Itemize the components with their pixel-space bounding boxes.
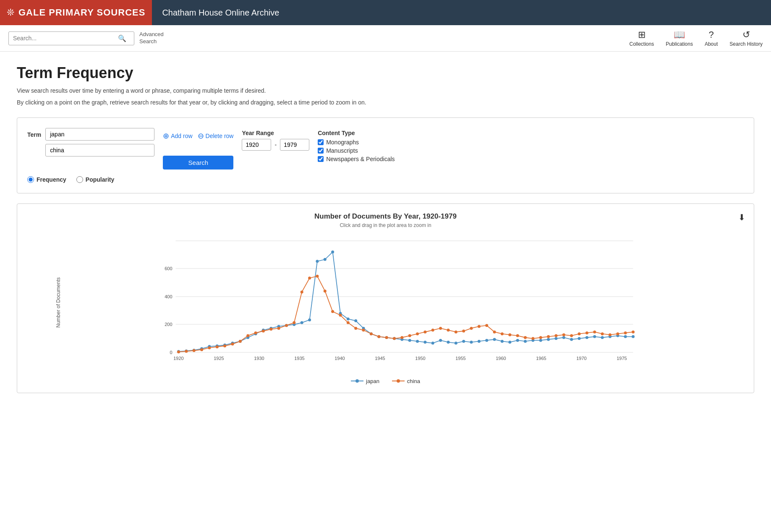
checkbox-manuscripts[interactable] — [318, 148, 324, 154]
term-frequency-panel: Term ⊕ Add row ⊖ Delete row — [17, 117, 754, 193]
content-type-items: Monographs Manuscripts Newspapers & Peri… — [318, 139, 395, 162]
svg-point-68 — [539, 339, 542, 342]
svg-point-119 — [470, 327, 473, 330]
svg-point-137 — [609, 333, 612, 336]
svg-text:1975: 1975 — [617, 356, 627, 361]
svg-point-101 — [331, 310, 334, 313]
svg-point-108 — [385, 336, 388, 339]
svg-point-73 — [578, 337, 581, 340]
svg-point-92 — [262, 329, 265, 332]
search-history-icon: ↺ — [742, 29, 750, 40]
frequency-radio[interactable]: Frequency — [27, 176, 66, 183]
svg-point-126 — [524, 336, 527, 339]
legend-japan-label: japan — [366, 378, 379, 384]
content-type-newspapers[interactable]: Newspapers & Periodicals — [318, 156, 395, 162]
svg-text:1925: 1925 — [214, 356, 224, 361]
svg-text:200: 200 — [165, 322, 172, 327]
svg-point-140 — [632, 330, 635, 333]
svg-point-59 — [470, 341, 473, 344]
svg-point-81 — [177, 350, 180, 353]
svg-text:1960: 1960 — [496, 356, 506, 361]
nav-about[interactable]: ? About — [705, 29, 718, 47]
svg-point-136 — [601, 332, 604, 335]
checkbox-monographs[interactable] — [318, 139, 324, 145]
svg-text:1955: 1955 — [455, 356, 465, 361]
svg-point-88 — [231, 342, 234, 345]
search-box: 🔍 — [8, 31, 134, 45]
svg-point-112 — [416, 332, 419, 335]
nav-publications[interactable]: 📖 Publications — [666, 29, 693, 47]
year-to-input[interactable] — [280, 139, 309, 151]
content-type-manuscripts[interactable]: Manuscripts — [318, 147, 395, 154]
svg-text:1950: 1950 — [415, 356, 425, 361]
svg-point-109 — [393, 337, 396, 340]
term-input-1[interactable] — [45, 128, 154, 141]
svg-point-66 — [524, 340, 527, 343]
about-label: About — [705, 41, 718, 47]
svg-point-115 — [439, 327, 442, 330]
popularity-radio[interactable]: Popularity — [76, 176, 114, 183]
svg-point-96 — [293, 321, 295, 324]
svg-point-99 — [316, 274, 319, 277]
chart-download-icon[interactable]: ⬇ — [738, 212, 745, 222]
svg-point-91 — [254, 331, 257, 334]
svg-text:1920: 1920 — [173, 356, 183, 361]
year-range-section: Year Range - — [242, 130, 309, 151]
search-icon[interactable]: 🔍 — [118, 34, 126, 42]
search-input[interactable] — [13, 35, 118, 42]
svg-point-87 — [223, 344, 226, 347]
svg-point-85 — [208, 346, 211, 349]
svg-point-132 — [570, 334, 573, 337]
delete-row-button[interactable]: ⊖ Delete row — [198, 131, 234, 141]
frequency-radio-input[interactable] — [27, 176, 34, 183]
svg-text:1940: 1940 — [335, 356, 345, 361]
search-button[interactable]: Search — [163, 156, 233, 170]
svg-point-37 — [301, 321, 303, 324]
chart-legend: japan china — [26, 378, 745, 384]
svg-point-134 — [585, 331, 588, 334]
svg-point-89 — [239, 340, 242, 343]
svg-point-56 — [447, 341, 450, 344]
publications-label: Publications — [666, 41, 693, 47]
svg-point-131 — [562, 333, 565, 336]
svg-point-127 — [531, 337, 534, 340]
svg-point-110 — [400, 336, 403, 339]
svg-point-64 — [508, 341, 511, 344]
newspapers-label: Newspapers & Periodicals — [326, 156, 395, 162]
nav-search-history[interactable]: ↺ Search History — [729, 29, 763, 47]
svg-point-133 — [578, 332, 581, 335]
y-axis-label: Number of Documents — [55, 277, 61, 328]
term-input-2[interactable] — [45, 144, 154, 156]
popularity-label: Popularity — [86, 176, 114, 183]
content-type-monographs[interactable]: Monographs — [318, 139, 395, 146]
nav-collections[interactable]: ⊞ Collections — [630, 29, 654, 47]
svg-point-142 — [355, 379, 359, 383]
year-separator: - — [274, 141, 277, 148]
brand-logo-icon: ❊ — [7, 7, 14, 18]
svg-point-107 — [377, 335, 380, 338]
svg-point-70 — [554, 337, 557, 340]
svg-point-38 — [308, 318, 311, 321]
chart-container: Number of Documents By Year, 1920-1979 C… — [17, 203, 754, 393]
svg-point-75 — [593, 335, 596, 338]
svg-point-117 — [455, 330, 457, 333]
svg-text:400: 400 — [165, 294, 172, 299]
svg-point-97 — [301, 290, 303, 293]
svg-point-118 — [462, 329, 465, 332]
svg-point-43 — [347, 317, 350, 320]
svg-point-39 — [316, 260, 319, 263]
svg-point-98 — [308, 276, 311, 279]
year-inputs: - — [242, 139, 309, 151]
checkbox-newspapers[interactable] — [318, 156, 324, 162]
popularity-radio-input[interactable] — [76, 176, 83, 183]
svg-point-106 — [370, 332, 373, 335]
publications-icon: 📖 — [674, 29, 685, 40]
year-range-label: Year Range — [242, 130, 309, 136]
advanced-search-link[interactable]: Advanced Search — [139, 31, 164, 45]
search-bar-area: 🔍 Advanced Search ⊞ Collections 📖 Public… — [0, 25, 771, 52]
svg-point-74 — [585, 336, 588, 339]
add-row-button[interactable]: ⊕ Add row — [163, 131, 192, 141]
year-from-input[interactable] — [242, 139, 271, 151]
chart-wrapper: Number of Documents 0 200 400 600 1920 1… — [26, 235, 745, 375]
svg-point-104 — [354, 327, 357, 330]
